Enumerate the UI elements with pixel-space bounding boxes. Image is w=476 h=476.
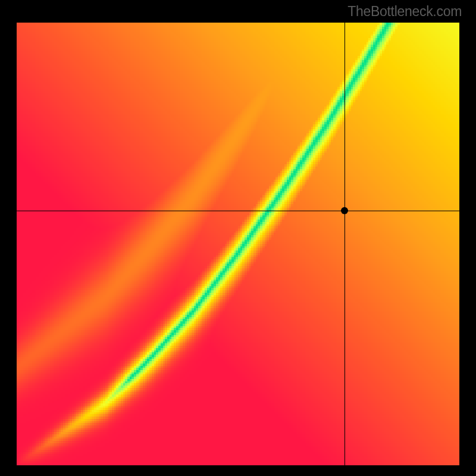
watermark-label: TheBottleneck.com bbox=[347, 4, 462, 20]
plot-area bbox=[17, 23, 459, 465]
crosshair-vertical bbox=[345, 23, 345, 465]
chart-frame: TheBottleneck.com bbox=[0, 0, 476, 476]
heatmap-canvas bbox=[17, 23, 459, 465]
marker-dot bbox=[341, 207, 348, 214]
crosshair-horizontal bbox=[17, 211, 459, 211]
